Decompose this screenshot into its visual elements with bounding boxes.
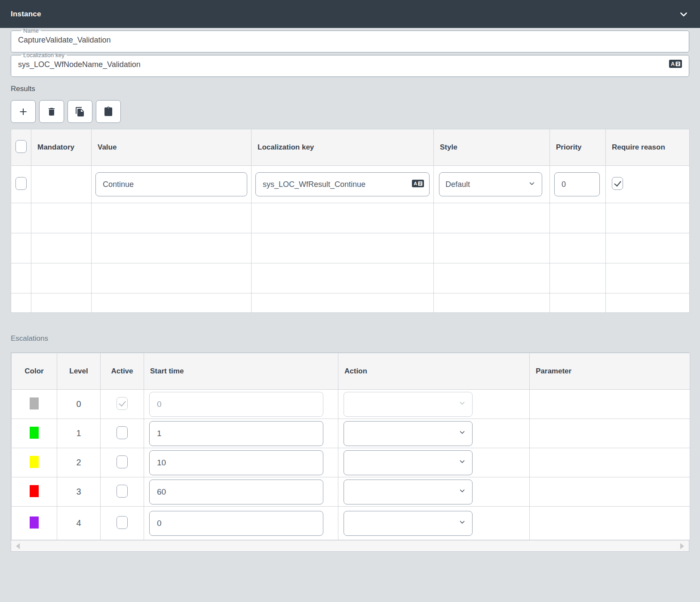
escalations-table: Color Level Active Start time Action Par… xyxy=(11,353,690,540)
scroll-left-arrow-icon[interactable] xyxy=(16,543,20,549)
add-button[interactable] xyxy=(11,100,36,123)
table-row-empty xyxy=(11,263,690,293)
localization-key-field-label: Localization key xyxy=(21,52,67,58)
escalation-color-swatch xyxy=(30,485,39,497)
active-checkbox[interactable] xyxy=(117,455,128,468)
column-header-action: Action xyxy=(338,353,530,390)
action-select[interactable] xyxy=(344,511,473,536)
delete-icon xyxy=(46,107,57,117)
start-time-input[interactable] xyxy=(149,480,323,504)
result-row: A Default xyxy=(11,166,690,203)
active-checkbox xyxy=(117,397,128,410)
escalation-level: 4 xyxy=(76,518,81,528)
parameter-cell xyxy=(530,507,690,540)
name-input[interactable] xyxy=(18,36,682,45)
svg-text:A: A xyxy=(414,181,417,186)
localization-key-field-outline: Localization key A xyxy=(11,52,689,77)
table-row-empty xyxy=(11,293,690,313)
start-time-input[interactable] xyxy=(149,421,323,446)
escalation-row: 0 xyxy=(12,390,690,419)
escalation-row: 4 xyxy=(12,507,690,540)
select-all-checkbox[interactable] xyxy=(15,140,27,153)
action-select[interactable] xyxy=(344,421,473,446)
table-row-empty xyxy=(11,233,690,263)
escalation-level: 2 xyxy=(76,458,81,467)
results-header-row: Mandatory Value Localization key Style P… xyxy=(11,129,690,166)
copy-icon xyxy=(75,107,85,117)
panel-title: Instance xyxy=(11,10,41,18)
paste-icon xyxy=(103,107,114,117)
add-icon xyxy=(18,106,29,117)
translate-icon: A xyxy=(669,60,682,70)
chevron-down-icon xyxy=(458,458,466,468)
column-header-priority: Priority xyxy=(550,129,606,166)
mandatory-cell xyxy=(31,166,92,203)
escalation-row: 1 xyxy=(12,419,690,448)
column-header-mandatory: Mandatory xyxy=(31,129,92,166)
horizontal-scrollbar[interactable] xyxy=(11,540,689,551)
chevron-down-icon xyxy=(528,180,536,189)
escalations-section-label: Escalations xyxy=(11,334,689,343)
copy-button[interactable] xyxy=(68,100,92,123)
paste-button[interactable] xyxy=(96,100,121,123)
action-select[interactable] xyxy=(344,450,473,475)
escalation-level: 0 xyxy=(76,399,81,409)
parameter-cell xyxy=(530,477,690,507)
escalation-level: 1 xyxy=(76,428,81,438)
column-header-start-time: Start time xyxy=(144,353,338,390)
escalation-row: 3 xyxy=(12,477,690,507)
value-input[interactable] xyxy=(95,172,247,196)
column-header-style: Style xyxy=(434,129,550,166)
escalation-level: 3 xyxy=(76,487,81,496)
parameter-cell xyxy=(530,419,690,448)
column-header-localization-key: Localization key xyxy=(252,129,434,166)
escalation-color-swatch xyxy=(30,397,39,409)
localization-key-input[interactable] xyxy=(18,60,669,69)
column-header-require-reason: Require reason xyxy=(606,129,690,166)
chevron-down-icon xyxy=(458,399,466,409)
results-section-label: Results xyxy=(11,85,689,93)
name-field-label: Name xyxy=(21,28,41,34)
active-checkbox[interactable] xyxy=(117,516,128,529)
require-reason-checkbox[interactable] xyxy=(612,177,623,190)
escalation-color-swatch xyxy=(30,456,39,468)
row-select-checkbox[interactable] xyxy=(15,177,27,190)
escalation-color-swatch xyxy=(30,427,39,439)
results-table: Mandatory Value Localization key Style P… xyxy=(11,129,690,313)
name-field-outline: Name xyxy=(11,28,689,52)
parameter-cell xyxy=(530,390,690,419)
results-toolbar xyxy=(11,100,689,123)
panel-header: Instance xyxy=(0,0,700,28)
style-select-value: Default xyxy=(445,180,470,189)
chevron-down-icon xyxy=(458,487,466,497)
chevron-down-icon xyxy=(458,428,466,438)
translate-icon: A xyxy=(412,180,424,189)
action-select[interactable] xyxy=(344,480,473,504)
priority-input[interactable] xyxy=(554,172,600,196)
escalations-header-row: Color Level Active Start time Action Par… xyxy=(12,353,690,390)
active-checkbox[interactable] xyxy=(117,485,128,498)
escalations-table-container: Color Level Active Start time Action Par… xyxy=(11,352,689,552)
row-localization-key-input[interactable] xyxy=(255,172,430,196)
table-row-empty xyxy=(11,203,690,233)
escalation-color-swatch xyxy=(30,516,39,529)
column-header-value: Value xyxy=(92,129,252,166)
style-select[interactable]: Default xyxy=(439,172,542,196)
column-header-parameter: Parameter xyxy=(530,353,690,390)
column-header-level: Level xyxy=(57,353,101,390)
escalation-row: 2 xyxy=(12,448,690,477)
chevron-down-icon xyxy=(458,518,466,528)
column-header-active: Active xyxy=(101,353,144,390)
chevron-down-icon[interactable] xyxy=(678,9,689,20)
svg-text:A: A xyxy=(671,61,675,67)
start-time-input[interactable] xyxy=(149,511,323,536)
panel-content: Name Localization key A Results xyxy=(0,28,700,570)
start-time-input xyxy=(149,392,323,417)
column-header-color: Color xyxy=(12,353,57,390)
active-checkbox[interactable] xyxy=(117,426,128,439)
parameter-cell xyxy=(530,448,690,477)
start-time-input[interactable] xyxy=(149,450,323,475)
delete-button[interactable] xyxy=(39,100,64,123)
scroll-right-arrow-icon[interactable] xyxy=(680,543,684,549)
bottom-spacer xyxy=(11,552,689,570)
